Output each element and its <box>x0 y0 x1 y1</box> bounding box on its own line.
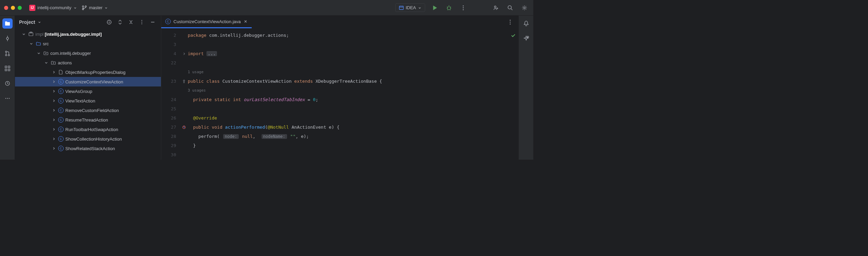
tree-item-label: CustomizeContextViewAction <box>65 79 123 84</box>
inspection-ok-icon[interactable] <box>508 31 518 40</box>
collapse-all-button[interactable] <box>127 18 135 26</box>
pull-requests-tool-button[interactable] <box>2 48 13 59</box>
more-actions-button[interactable] <box>458 3 468 13</box>
tree-arrow-icon[interactable] <box>51 137 56 141</box>
tree-arrow-icon[interactable] <box>51 118 56 122</box>
usage-hint[interactable]: 3 usages <box>188 86 508 95</box>
code-line[interactable]: import ... <box>188 49 508 58</box>
tree-arrow-icon[interactable] <box>21 32 27 36</box>
debug-button[interactable] <box>444 3 454 13</box>
tree-arrow-icon[interactable] <box>36 51 41 55</box>
tree-row[interactable]: actions <box>15 58 161 67</box>
tree-arrow-icon[interactable] <box>51 70 56 74</box>
usage-hint[interactable]: 1 usage <box>188 67 508 77</box>
gutter-marker <box>180 31 188 40</box>
gutter-marker[interactable] <box>180 123 188 132</box>
gutter-line-number: 30 <box>161 150 180 159</box>
svg-point-26 <box>141 22 142 22</box>
more-tool-windows-button[interactable] <box>2 93 13 103</box>
tree-row[interactable]: impl [intellij.java.debugger.impl] <box>15 29 161 39</box>
tree-row[interactable]: CShowCollectionHistoryAction <box>15 134 161 144</box>
project-tool-button[interactable] <box>2 18 13 29</box>
gutter-marker <box>180 58 188 67</box>
ai-assistant-tool-button[interactable] <box>521 33 531 44</box>
tree-item-label: ViewAsGroup <box>65 89 92 94</box>
tree-item-label: ShowCollectionHistoryAction <box>65 137 122 142</box>
svg-point-6 <box>463 7 464 8</box>
code-line[interactable]: } <box>188 141 508 150</box>
run-configuration-selector[interactable]: IDEA <box>395 3 425 12</box>
editor-code[interactable]: package com.intellij.debugger.actions;im… <box>188 29 508 160</box>
editor-tab-options-button[interactable] <box>505 17 515 27</box>
maximize-window-button[interactable] <box>18 6 22 10</box>
services-tool-button[interactable] <box>2 78 13 89</box>
search-everywhere-button[interactable] <box>505 3 515 13</box>
editor-tab[interactable]: C CustomizeContextViewAction.java <box>161 16 252 28</box>
tree-row[interactable]: CViewTextAction <box>15 96 161 106</box>
tree-row[interactable]: CRemoveCustomFieldAction <box>15 106 161 115</box>
code-line[interactable]: package com.intellij.debugger.actions; <box>188 31 508 40</box>
tree-arrow-icon[interactable] <box>51 99 56 102</box>
run-button[interactable] <box>430 3 439 13</box>
tree-item-icon: C <box>58 117 64 123</box>
expand-all-button[interactable] <box>116 18 124 26</box>
tree-row[interactable]: CRunToolbarHotSwapAction <box>15 125 161 134</box>
svg-point-4 <box>448 6 451 10</box>
right-tool-stripe <box>518 16 533 160</box>
hide-panel-button[interactable] <box>149 18 157 26</box>
code-line[interactable] <box>188 58 508 67</box>
project-switcher[interactable]: IJ intellij-community <box>29 5 77 11</box>
editor-body[interactable]: 234222324252627282930 package com.intell… <box>161 29 518 160</box>
tree-arrow-icon[interactable] <box>29 42 34 45</box>
tree-item-icon: C <box>58 127 64 132</box>
tree-arrow-icon[interactable] <box>51 80 56 83</box>
svg-point-22 <box>9 98 10 99</box>
code-line[interactable]: private static int ourLastSelectedTabInd… <box>188 95 508 104</box>
gutter-marker[interactable] <box>180 49 188 58</box>
tree-arrow-icon[interactable] <box>51 128 56 131</box>
tree-row[interactable]: CShowRelatedStackAction <box>15 144 161 153</box>
structure-tool-button[interactable] <box>2 63 13 74</box>
code-line[interactable]: perform( node: null, nodeName: "", e); <box>188 132 508 141</box>
tree-item-label: RunToolbarHotSwapAction <box>65 127 118 132</box>
svg-rect-16 <box>8 66 10 68</box>
code-line[interactable]: @Override <box>188 113 508 123</box>
notifications-tool-button[interactable] <box>521 18 531 29</box>
tree-arrow-icon[interactable] <box>51 147 56 150</box>
commit-tool-button[interactable] <box>2 33 13 44</box>
tree-item-label: ShowRelatedStackAction <box>65 146 115 151</box>
code-line[interactable] <box>188 40 508 49</box>
tree-row[interactable]: ObjectMarkupPropertiesDialog <box>15 67 161 77</box>
gutter-marker[interactable] <box>180 77 188 86</box>
select-opened-file-button[interactable] <box>105 18 113 26</box>
close-tab-icon[interactable] <box>244 19 248 23</box>
svg-point-31 <box>53 63 54 63</box>
gutter-line-number <box>161 67 180 77</box>
project-tree[interactable]: impl [intellij.java.debugger.impl]srccom… <box>15 29 161 160</box>
code-line[interactable] <box>188 104 508 113</box>
close-window-button[interactable] <box>4 6 8 10</box>
gutter-line-number: 22 <box>161 58 180 67</box>
chevron-down-icon[interactable] <box>38 20 41 24</box>
tree-arrow-icon[interactable] <box>44 61 49 64</box>
project-name: intellij-community <box>37 5 71 10</box>
vcs-branch-switcher[interactable]: master <box>82 5 108 11</box>
tree-row[interactable]: CResumeThreadAction <box>15 115 161 125</box>
code-line[interactable]: public class CustomizeContextViewAction … <box>188 77 508 86</box>
svg-point-35 <box>183 80 185 81</box>
tree-arrow-icon[interactable] <box>51 109 56 112</box>
run-config-label: IDEA <box>406 5 416 10</box>
tree-row[interactable]: CViewAsGroup <box>15 86 161 96</box>
panel-options-button[interactable] <box>138 18 146 26</box>
svg-point-8 <box>495 6 496 7</box>
code-line[interactable] <box>188 150 508 159</box>
tree-row[interactable]: com.intellij.debugger <box>15 48 161 58</box>
tree-arrow-icon[interactable] <box>51 90 56 93</box>
tree-row[interactable]: src <box>15 39 161 48</box>
minimize-window-button[interactable] <box>11 6 15 10</box>
svg-point-32 <box>510 20 511 21</box>
tree-row[interactable]: CCustomizeContextViewAction <box>15 77 161 86</box>
settings-button[interactable] <box>520 3 529 13</box>
code-line[interactable]: public void actionPerformed(@NotNull AnA… <box>188 123 508 132</box>
code-with-me-button[interactable] <box>491 3 501 13</box>
